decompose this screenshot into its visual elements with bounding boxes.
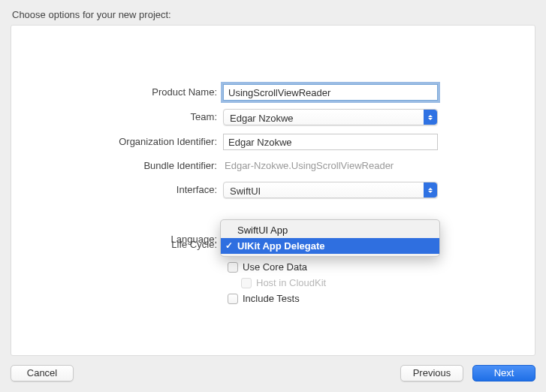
menu-item-label: UIKit App Delegate: [237, 240, 325, 252]
life-cycle-option-uikit-app-delegate[interactable]: ✓ UIKit App Delegate: [221, 238, 439, 254]
next-button[interactable]: Next: [472, 365, 535, 381]
cancel-button[interactable]: Cancel: [11, 365, 74, 381]
options-checkboxes: Use Core Data Host in CloudKit Include T…: [228, 261, 535, 304]
updown-arrows-icon: [424, 110, 437, 125]
host-in-cloudkit-label: Host in CloudKit: [256, 277, 326, 288]
updown-arrows-icon: [424, 182, 437, 198]
interface-popup-value: SwiftUI: [230, 185, 261, 197]
bundle-identifier-value: Edgar-Nzokwe.UsingScrollViewReader: [223, 158, 438, 173]
footer: Cancel Previous Next: [11, 356, 535, 381]
bundle-identifier-label: Bundle Identifier:: [11, 158, 223, 173]
bundle-identifier-row: Bundle Identifier: Edgar-Nzokwe.UsingScr…: [11, 158, 535, 173]
life-cycle-option-swiftui-app[interactable]: SwiftUI App: [221, 222, 439, 238]
interface-label: Interface:: [11, 182, 223, 198]
use-core-data-row: Use Core Data: [228, 261, 535, 273]
product-name-row: Product Name:: [11, 84, 535, 101]
include-tests-row: Include Tests: [228, 293, 535, 304]
team-popup-value: Edgar Nzokwe: [230, 113, 294, 124]
team-label: Team:: [11, 110, 223, 125]
interface-row: Interface: SwiftUI: [11, 182, 535, 198]
host-in-cloudkit-row: Host in CloudKit: [241, 277, 535, 288]
interface-popup[interactable]: SwiftUI: [223, 182, 438, 198]
life-cycle-label: Life Cycle:: [11, 239, 223, 250]
include-tests-label: Include Tests: [243, 293, 300, 304]
life-cycle-menu[interactable]: SwiftUI App ✓ UIKit App Delegate: [220, 219, 440, 257]
team-row: Team: Edgar Nzokwe: [11, 109, 535, 125]
org-identifier-input[interactable]: [223, 134, 438, 150]
previous-button[interactable]: Previous: [400, 365, 463, 381]
team-popup[interactable]: Edgar Nzokwe: [223, 109, 438, 125]
product-name-label: Product Name:: [11, 85, 223, 100]
new-project-options-window: Choose options for your new project: Lif…: [0, 0, 546, 392]
options-panel: Life Cycle: Product Name: Team: Edgar Nz…: [11, 25, 535, 356]
use-core-data-label: Use Core Data: [243, 261, 307, 273]
options-form: Life Cycle: Product Name: Team: Edgar Nz…: [11, 84, 535, 304]
checkmark-icon: ✓: [225, 240, 233, 252]
org-identifier-label: Organization Identifier:: [11, 134, 223, 149]
page-title: Choose options for your new project:: [12, 9, 535, 20]
menu-item-label: SwiftUI App: [237, 225, 288, 236]
include-tests-checkbox[interactable]: [228, 294, 238, 304]
product-name-input[interactable]: [223, 84, 438, 101]
host-in-cloudkit-checkbox: [241, 278, 252, 288]
org-identifier-row: Organization Identifier:: [11, 134, 535, 150]
use-core-data-checkbox[interactable]: [228, 262, 238, 273]
